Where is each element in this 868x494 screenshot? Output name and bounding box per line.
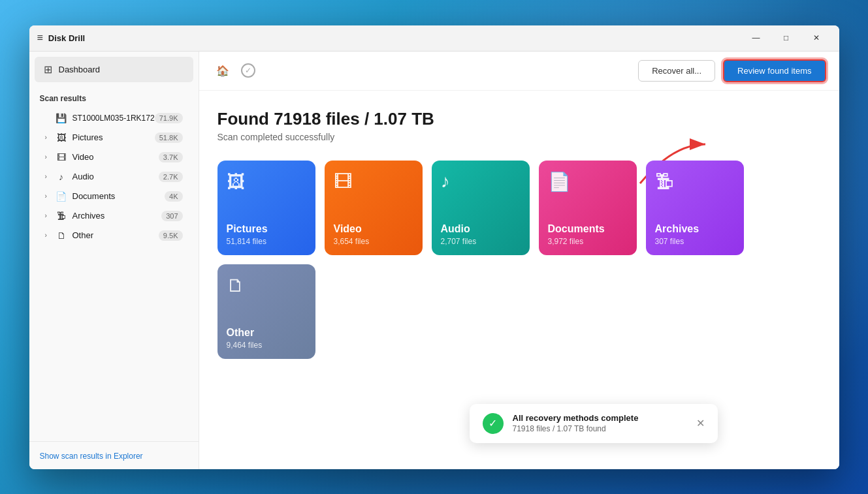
sidebar-item-documents[interactable]: › 📄 Documents 4K bbox=[40, 187, 188, 206]
toast-content: All recovery methods complete 71918 file… bbox=[513, 413, 687, 433]
chevron-icon-pictures: › bbox=[45, 134, 53, 141]
category-card-video[interactable]: 🎞 Video 3,654 files bbox=[325, 161, 423, 255]
category-card-other[interactable]: 🗋 Other 9,464 files bbox=[217, 264, 315, 359]
other-card-icon: 🗋 bbox=[227, 275, 245, 296]
archives-icon: 🗜 bbox=[56, 211, 67, 221]
app-title: Disk Drill bbox=[48, 33, 85, 43]
sidebar-label-other: Other bbox=[72, 230, 159, 240]
other-card-count: 9,464 files bbox=[227, 341, 263, 350]
disk-label: ST1000LM035-1RK172 bbox=[72, 114, 155, 123]
video-card-icon: 🎞 bbox=[334, 171, 352, 193]
review-found-items-button[interactable]: Review found items bbox=[723, 59, 826, 82]
toast-title: All recovery methods complete bbox=[513, 413, 687, 423]
sidebar-count-pictures: 51.8K bbox=[155, 132, 183, 143]
category-grid: 🖼 Pictures 51,814 files 🎞 Video 3,654 fi… bbox=[217, 161, 821, 359]
chevron-icon-video: › bbox=[45, 153, 53, 161]
minimize-button[interactable]: — bbox=[741, 25, 771, 52]
content-area: 🏠 ✓ Recover all... Review found items bbox=[199, 52, 839, 469]
video-icon: 🎞 bbox=[56, 152, 67, 162]
sidebar-item-pictures[interactable]: › 🖼 Pictures 51.8K bbox=[40, 128, 188, 147]
video-card-name: Video bbox=[334, 223, 362, 235]
sidebar: ⊞ Dashboard Scan results 💾 ST1000LM035-1… bbox=[29, 52, 199, 469]
scan-results-section: Scan results 💾 ST1000LM035-1RK172 71.9K … bbox=[29, 87, 199, 248]
sidebar-count-documents: 4K bbox=[165, 191, 182, 202]
chevron-icon-audio: › bbox=[45, 173, 53, 180]
title-bar-left: ≡ Disk Drill bbox=[37, 32, 86, 44]
sidebar-item-video[interactable]: › 🎞 Video 3.7K bbox=[40, 147, 188, 167]
archives-card-name: Archives bbox=[655, 223, 699, 235]
category-card-audio[interactable]: ♪ Audio 2,707 files bbox=[432, 161, 530, 255]
sidebar-count-video: 3.7K bbox=[159, 152, 183, 162]
audio-card-name: Audio bbox=[441, 223, 470, 235]
other-card-name: Other bbox=[227, 326, 255, 339]
sidebar-label-archives: Archives bbox=[72, 211, 162, 221]
toast-close-button[interactable]: ✕ bbox=[696, 417, 705, 429]
top-bar: 🏠 ✓ Recover all... Review found items bbox=[199, 52, 839, 91]
archives-card-icon: 🗜 bbox=[655, 171, 673, 193]
other-icon: 🗋 bbox=[56, 230, 67, 241]
archives-card-count: 307 files bbox=[655, 237, 684, 246]
pictures-card-count: 51,814 files bbox=[227, 237, 266, 246]
dashboard-icon: ⊞ bbox=[44, 63, 52, 76]
toast-subtitle: 71918 files / 1.07 TB found bbox=[513, 424, 687, 433]
sidebar-footer: Show scan results in Explorer bbox=[29, 441, 199, 469]
pictures-icon: 🖼 bbox=[56, 132, 67, 143]
audio-icon: ♪ bbox=[56, 172, 67, 182]
check-status-icon: ✓ bbox=[241, 63, 255, 78]
category-card-documents[interactable]: 📄 Documents 3,972 files bbox=[539, 161, 637, 255]
maximize-button[interactable]: □ bbox=[771, 25, 801, 52]
close-button[interactable]: ✕ bbox=[801, 25, 831, 52]
sidebar-count-other: 9.5K bbox=[159, 230, 183, 241]
sidebar-label-video: Video bbox=[72, 152, 159, 162]
toast-notification: ✓ All recovery methods complete 71918 fi… bbox=[470, 404, 718, 443]
sidebar-label-pictures: Pictures bbox=[72, 132, 155, 142]
dashboard-label: Dashboard bbox=[59, 65, 101, 74]
sidebar-item-audio[interactable]: › ♪ Audio 2.7K bbox=[40, 167, 188, 187]
toast-check-icon: ✓ bbox=[483, 413, 504, 434]
sidebar-item-dashboard[interactable]: ⊞ Dashboard bbox=[35, 57, 193, 82]
title-bar-controls: — □ ✕ bbox=[741, 25, 831, 52]
chevron-icon-documents: › bbox=[45, 193, 53, 200]
category-card-pictures[interactable]: 🖼 Pictures 51,814 files bbox=[217, 161, 315, 255]
audio-card-count: 2,707 files bbox=[441, 237, 477, 246]
sidebar-item-archives[interactable]: › 🗜 Archives 307 bbox=[40, 206, 188, 226]
app-window: ≡ Disk Drill — □ ✕ ⊞ Dashboard Scan resu… bbox=[29, 25, 839, 469]
documents-card-icon: 📄 bbox=[548, 171, 571, 193]
pictures-card-name: Pictures bbox=[227, 223, 268, 235]
scan-complete-text: Scan completed successfully bbox=[217, 132, 821, 142]
sidebar-count-audio: 2.7K bbox=[159, 172, 183, 182]
scan-results-title: Scan results bbox=[40, 94, 188, 103]
sidebar-item-other[interactable]: › 🗋 Other 9.5K bbox=[40, 226, 188, 245]
video-card-count: 3,654 files bbox=[334, 237, 370, 246]
show-explorer-button[interactable]: Show scan results in Explorer bbox=[40, 452, 143, 461]
disk-item[interactable]: 💾 ST1000LM035-1RK172 71.9K bbox=[40, 108, 188, 128]
chevron-icon-other: › bbox=[45, 232, 53, 239]
documents-icon: 📄 bbox=[56, 191, 67, 202]
main-layout: ⊞ Dashboard Scan results 💾 ST1000LM035-1… bbox=[29, 52, 839, 469]
disk-icon: 💾 bbox=[56, 113, 67, 123]
sidebar-label-documents: Documents bbox=[72, 191, 165, 201]
documents-card-count: 3,972 files bbox=[548, 237, 584, 246]
title-bar: ≡ Disk Drill — □ ✕ bbox=[29, 25, 839, 52]
disk-count: 71.9K bbox=[155, 113, 183, 123]
category-card-archives[interactable]: 🗜 Archives 307 files bbox=[646, 161, 744, 255]
found-title: Found 71918 files / 1.07 TB bbox=[217, 109, 821, 129]
recover-all-button[interactable]: Recover all... bbox=[638, 60, 715, 82]
pictures-card-icon: 🖼 bbox=[227, 171, 245, 193]
chevron-icon-archives: › bbox=[45, 212, 53, 219]
sidebar-count-archives: 307 bbox=[161, 211, 182, 221]
content-body: Found 71918 files / 1.07 TB Scan complet… bbox=[199, 91, 839, 469]
sidebar-label-audio: Audio bbox=[72, 172, 159, 181]
home-button[interactable]: 🏠 bbox=[212, 60, 233, 81]
audio-card-icon: ♪ bbox=[441, 171, 450, 192]
documents-card-name: Documents bbox=[548, 223, 605, 235]
hamburger-icon[interactable]: ≡ bbox=[37, 32, 43, 44]
